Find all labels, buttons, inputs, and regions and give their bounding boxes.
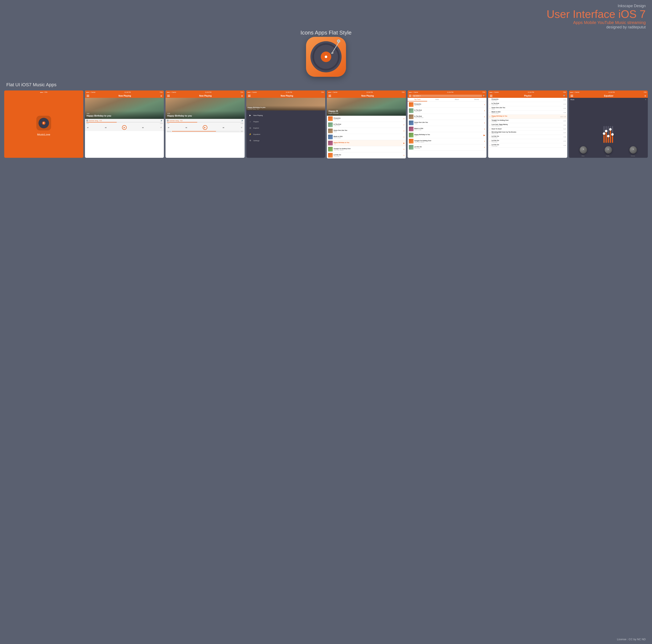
sidebar-item-nowplaying[interactable]: ▶ Now Playing bbox=[246, 112, 325, 118]
time-current-3: 2:56 bbox=[167, 123, 169, 124]
sidebar-label-playlist: Playlist bbox=[253, 121, 259, 123]
play-btn-3[interactable]: ▶ bbox=[203, 125, 208, 130]
screen1-body: MusicLove bbox=[34, 94, 53, 158]
mini-record-inner bbox=[42, 122, 46, 125]
np-controls-2: 🎧 Summer Song - YUI 🔊 2:56 -1:29 ⇄ ⏮ ▶ ⏭… bbox=[85, 119, 164, 131]
menu-icon-3[interactable] bbox=[167, 95, 170, 97]
queue-icon-3[interactable]: ⊞ bbox=[241, 95, 243, 97]
play-icon-sidebar: ▶ bbox=[249, 114, 252, 117]
headphone-icon-2: 🎧 bbox=[86, 120, 88, 122]
sidebar-label-explore: Explore bbox=[253, 127, 259, 129]
np-info-2: 🎧 Summer Song - YUI 🔊 bbox=[86, 120, 163, 122]
sidebar-top-header: Now Playing bbox=[246, 94, 325, 98]
repeat-btn-3[interactable]: ↺ bbox=[240, 126, 243, 129]
next-btn-3[interactable]: ⏭ bbox=[222, 126, 225, 129]
album-art-3: YUI Happy Birthday to you bbox=[165, 98, 245, 119]
sidebar-label-equalizer: Equalizer bbox=[253, 133, 261, 135]
sidebar-album-art: Happy Birthday to you Summer Song - YUI bbox=[246, 98, 325, 110]
app-icon[interactable] bbox=[306, 37, 326, 77]
menu-icon-2[interactable] bbox=[87, 95, 89, 97]
app-name-label: MusicLove bbox=[37, 133, 50, 136]
mini-record bbox=[38, 118, 49, 128]
shuffle-btn-3[interactable]: ⇄ bbox=[167, 126, 170, 129]
volume-bar-3[interactable] bbox=[172, 131, 240, 132]
volume-row-3: Volume 80% bbox=[167, 131, 243, 132]
sidebar-label-settings: Settings bbox=[253, 140, 260, 141]
sidebar-item-playlist[interactable]: ♪ Playlist bbox=[246, 118, 325, 125]
progress-bar-3[interactable] bbox=[167, 122, 243, 123]
time-2: 11:34 PM bbox=[125, 91, 131, 93]
song-title-3: Happy Birthday to you bbox=[167, 114, 243, 117]
sidebar-item-equalizer[interactable]: ⚡ Equalizer bbox=[246, 131, 325, 137]
play-btn-2[interactable]: ▶ bbox=[122, 125, 127, 130]
app-icon-container bbox=[306, 37, 326, 77]
np-header-3: Now Playing ⊞ bbox=[165, 94, 245, 98]
phone-screen-2: ●●●○○ Carrier 11:34 PM 73% Now Playing ⊞… bbox=[85, 90, 164, 158]
album-overlay-3: YUI Happy Birthday to you bbox=[165, 111, 245, 119]
shuffle-btn-2[interactable]: ⇄ bbox=[86, 126, 89, 129]
screens-container: ●●●○○ 73% MusicLove ●●●○○ Carrier 11:34 … bbox=[4, 90, 326, 158]
sidebar-song-title: Happy Birthday to you bbox=[248, 106, 324, 108]
queue-icon-2[interactable]: ⊞ bbox=[161, 95, 162, 97]
status-bar-4: ●●●○○ Carrier 11:34 PM 73% bbox=[246, 90, 325, 94]
album-overlay-2: YUI Happy Birthday to you bbox=[85, 111, 164, 119]
sidebar-item-settings[interactable]: ⚙ Settings bbox=[246, 137, 325, 144]
carrier-3: ●●●○○ Carrier bbox=[167, 91, 176, 93]
np-title-3: Now Playing bbox=[170, 95, 241, 97]
phone-screen-3: ●●●○○ Carrier 11:34 PM 73% Now Playing ⊞… bbox=[165, 90, 245, 158]
carrier-2: ●●●○○ Carrier bbox=[86, 91, 96, 93]
time-total-2: -1:29 bbox=[160, 123, 163, 124]
settings-icon-sidebar: ⚙ bbox=[249, 139, 252, 142]
sidebar-header-title: Now Playing bbox=[250, 95, 324, 97]
carrier-4: ●●●○○ Carrier bbox=[248, 91, 257, 93]
np-header-2: Now Playing ⊞ bbox=[85, 94, 164, 98]
time-3: 11:34 PM bbox=[205, 91, 211, 93]
status-bar-2: ●●●○○ Carrier 11:34 PM 73% bbox=[85, 90, 164, 94]
progress-bar-2[interactable] bbox=[86, 122, 163, 123]
time-total-3: -1:29 bbox=[240, 123, 243, 124]
song-title-2: Happy Birthday to you bbox=[87, 114, 162, 117]
sidebar-item-explore[interactable]: ◎ Explore bbox=[246, 125, 325, 131]
battery-3: 73% bbox=[240, 91, 243, 93]
status-bar-3: ●●●○○ Carrier 11:34 PM 73% bbox=[165, 90, 245, 94]
battery-2: 73% bbox=[160, 91, 163, 93]
time-row-3: 2:56 -1:29 bbox=[167, 123, 243, 124]
menu-icon-4[interactable] bbox=[248, 95, 250, 97]
volume-pct-3: 80% bbox=[241, 131, 243, 132]
prev-btn-3[interactable]: ⏮ bbox=[185, 126, 188, 129]
carrier-1: ●●●○○ bbox=[40, 91, 45, 93]
battery-4: 73% bbox=[321, 91, 324, 93]
record-dot bbox=[325, 56, 326, 58]
record-disc bbox=[310, 41, 326, 72]
np-title-2: Now Playing bbox=[89, 95, 161, 97]
repeat-btn-2[interactable]: ↺ bbox=[159, 126, 163, 129]
icons-section-label: Icons Apps Flat Style bbox=[301, 29, 326, 36]
volume-icon-3: 🔊 bbox=[241, 120, 243, 122]
np-controls-3: 🎧 Summer Song - YUI 🔊 2:56 -1:29 ⇄ ⏮ ▶ ⏭… bbox=[165, 119, 245, 133]
flat-ui-section-label: Flat UI iOS7 Music Apps bbox=[6, 82, 56, 87]
song-sub-3: Summer Song - YUI bbox=[169, 120, 183, 122]
sidebar-label-nowplaying: Now Playing bbox=[253, 114, 263, 116]
mini-app-icon[interactable] bbox=[36, 116, 51, 130]
song-sub-2: Summer Song - YUI bbox=[89, 120, 102, 122]
explore-icon-sidebar: ◎ bbox=[249, 127, 252, 129]
phone-screen-1: ●●●○○ 73% MusicLove bbox=[4, 90, 83, 158]
time-4: 11:34 PM bbox=[286, 91, 292, 93]
volume-label-3: Volume bbox=[167, 131, 171, 132]
time-current-2: 2:56 bbox=[86, 123, 89, 124]
volume-fill-3 bbox=[172, 131, 216, 132]
sidebar-menu: ▶ Now Playing ♪ Playlist ◎ Explore ⚡ Equ… bbox=[246, 110, 325, 158]
next-btn-2[interactable]: ⏭ bbox=[141, 126, 145, 129]
artist-name-3: YUI bbox=[167, 112, 243, 114]
headphone-icon-3: 🎧 bbox=[167, 120, 169, 122]
np-info-3: 🎧 Summer Song - YUI 🔊 bbox=[167, 120, 243, 122]
battery-1: 73% bbox=[45, 91, 47, 93]
controls-row-2: ⇄ ⏮ ▶ ⏭ ↺ bbox=[86, 125, 163, 130]
progress-fill-2 bbox=[86, 122, 117, 123]
prev-btn-2[interactable]: ⏮ bbox=[104, 126, 107, 129]
equalizer-icon-sidebar: ⚡ bbox=[249, 133, 252, 136]
volume-icon-2: 🔊 bbox=[161, 120, 163, 122]
artist-name-2: YUI bbox=[87, 112, 162, 114]
phone-screen-4: ●●●○○ Carrier 11:34 PM 73% Now Playing H… bbox=[246, 90, 325, 158]
time-row-2: 2:56 -1:29 bbox=[86, 123, 163, 124]
